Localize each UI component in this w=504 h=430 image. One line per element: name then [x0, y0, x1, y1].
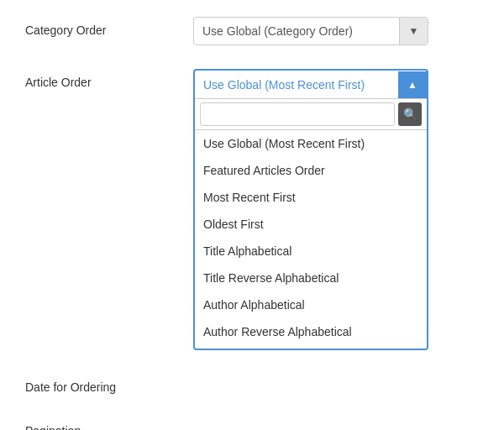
- dropdown-item[interactable]: Most Recent First: [195, 184, 427, 211]
- dropdown-item[interactable]: Title Reverse Alphabetical: [195, 265, 427, 291]
- dropdown-item[interactable]: Most Hits: [195, 345, 427, 349]
- dropdown-item[interactable]: Oldest First: [195, 211, 427, 238]
- category-order-label: Category Order: [25, 17, 193, 37]
- article-order-select[interactable]: Use Global (Most Recent First) 🔍 Use Glo…: [193, 69, 428, 350]
- form-container: Category Order Use Global (Category Orde…: [0, 0, 504, 430]
- article-order-value: Use Global (Most Recent First): [195, 78, 398, 92]
- category-order-row: Category Order Use Global (Category Orde…: [25, 17, 479, 45]
- dropdown-item[interactable]: Author Alphabetical: [195, 291, 427, 318]
- category-order-wrapper: Use Global (Category Order): [193, 17, 479, 45]
- dropdown-item[interactable]: Use Global (Most Recent First): [195, 130, 427, 157]
- dropdown-item[interactable]: Featured Articles Order: [195, 157, 427, 184]
- date-for-ordering-label: Date for Ordering: [25, 374, 193, 394]
- dropdown-list: Use Global (Most Recent First)Featured A…: [195, 130, 427, 349]
- chevron-down-icon: [409, 25, 419, 37]
- dropdown-item[interactable]: Title Alphabetical: [195, 238, 427, 265]
- article-order-arrow[interactable]: [398, 71, 427, 98]
- date-for-ordering-row: Date for Ordering: [25, 374, 479, 394]
- chevron-up-icon: [407, 79, 417, 91]
- pagination-label: Pagination: [25, 417, 193, 430]
- article-order-wrapper: Use Global (Most Recent First) 🔍 Use Glo…: [193, 69, 479, 350]
- dropdown-item[interactable]: Author Reverse Alphabetical: [195, 318, 427, 345]
- search-button[interactable]: 🔍: [398, 102, 422, 126]
- search-input[interactable]: [200, 102, 395, 126]
- category-order-arrow[interactable]: [399, 18, 428, 45]
- search-icon: 🔍: [403, 108, 417, 121]
- article-order-header[interactable]: Use Global (Most Recent First): [195, 71, 427, 99]
- search-box: 🔍: [195, 99, 427, 130]
- category-order-value: Use Global (Category Order): [194, 24, 399, 38]
- category-order-select[interactable]: Use Global (Category Order): [193, 17, 428, 45]
- pagination-row: Pagination: [25, 417, 479, 430]
- article-order-row: Article Order Use Global (Most Recent Fi…: [25, 69, 479, 350]
- article-order-label: Article Order: [25, 69, 193, 89]
